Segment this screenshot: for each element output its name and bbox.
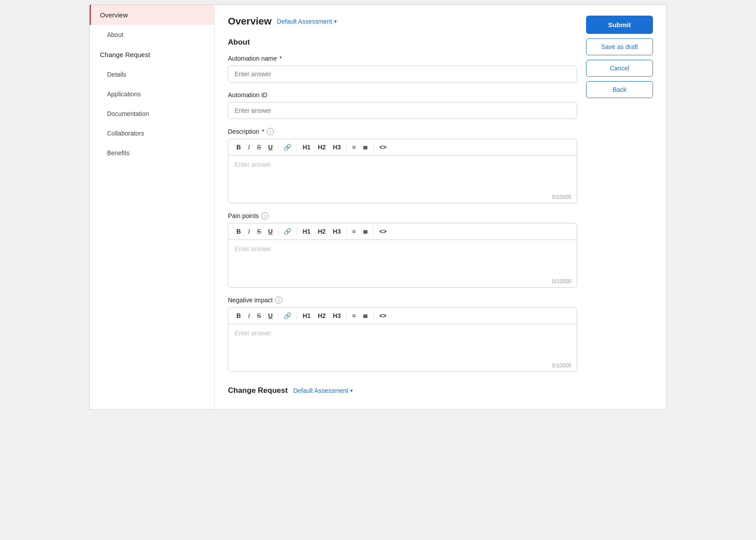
separator xyxy=(373,312,374,320)
automation-id-group: Automation ID xyxy=(228,91,577,119)
description-char-count: 0/10000 xyxy=(228,191,577,203)
description-placeholder: Enter answer xyxy=(235,161,271,168)
sidebar-item-change-request[interactable]: Change Request xyxy=(90,45,214,65)
submit-button[interactable]: Submit xyxy=(586,16,653,34)
strikethrough-button[interactable]: S xyxy=(254,143,264,152)
separator xyxy=(373,227,374,235)
ordered-list-button[interactable]: ≣ xyxy=(360,143,371,152)
info-icon[interactable]: i xyxy=(261,212,269,219)
description-body[interactable]: Enter answer xyxy=(228,156,577,191)
info-icon[interactable]: i xyxy=(275,297,282,304)
strikethrough-button[interactable]: S xyxy=(254,227,264,236)
action-sidebar: Submit Save as draft Cancel Back xyxy=(586,16,653,399)
bullet-list-button[interactable]: ≡ xyxy=(349,143,358,152)
assessment-dropdown[interactable]: Default Assessment ▾ xyxy=(277,18,337,25)
italic-button[interactable]: I xyxy=(245,311,252,320)
bold-button[interactable]: B xyxy=(234,143,244,152)
automation-id-label: Automation ID xyxy=(228,91,577,99)
back-button[interactable]: Back xyxy=(586,81,653,98)
about-heading: About xyxy=(228,38,577,47)
sidebar-item-overview[interactable]: Overview xyxy=(90,5,214,25)
separator xyxy=(373,143,374,151)
h3-button[interactable]: H3 xyxy=(330,311,343,320)
sidebar-item-benefits[interactable]: Benefits xyxy=(90,143,214,163)
info-icon[interactable]: i xyxy=(267,128,274,135)
change-request-header: Change Request Default Assessment ▾ xyxy=(228,386,577,395)
negative-impact-toolbar: B I S U 🔗 H1 H2 H3 ≡ ≣ xyxy=(228,308,577,324)
strikethrough-button[interactable]: S xyxy=(254,311,264,320)
required-indicator: * xyxy=(280,55,282,62)
pain-points-toolbar: B I S U 🔗 H1 H2 H3 ≡ ≣ xyxy=(228,223,577,240)
cancel-button[interactable]: Cancel xyxy=(586,60,653,77)
h3-button[interactable]: H3 xyxy=(330,227,343,236)
main-content: Overview Default Assessment ▾ About Auto… xyxy=(215,5,666,409)
h3-button[interactable]: H3 xyxy=(330,143,343,152)
description-group: Description * i B I S U 🔗 xyxy=(228,128,577,203)
save-draft-button[interactable]: Save as draft xyxy=(586,38,653,55)
automation-id-input[interactable] xyxy=(228,102,577,119)
negative-impact-placeholder: Enter answer xyxy=(235,330,271,337)
sidebar-item-details[interactable]: Details xyxy=(90,65,214,84)
pain-points-label: Pain points i xyxy=(228,212,577,219)
code-button[interactable]: <> xyxy=(376,227,389,236)
pain-points-char-count: 0/10000 xyxy=(228,276,577,287)
pain-points-editor: B I S U 🔗 H1 H2 H3 ≡ ≣ xyxy=(228,223,577,288)
change-request-heading: Change Request xyxy=(228,386,288,395)
app-container: Overview About Change Request Details Ap… xyxy=(89,4,667,410)
underline-button[interactable]: U xyxy=(265,227,275,236)
separator xyxy=(297,143,297,151)
page-title: Overview xyxy=(228,16,272,27)
pain-points-body[interactable]: Enter answer xyxy=(228,240,577,276)
pain-points-group: Pain points i B I S U 🔗 H1 xyxy=(228,212,577,288)
underline-button[interactable]: U xyxy=(265,143,275,152)
sidebar-item-collaborators[interactable]: Collaborators xyxy=(90,124,214,143)
sidebar-item-about[interactable]: About xyxy=(90,25,214,45)
bold-button[interactable]: B xyxy=(234,311,244,320)
separator xyxy=(346,143,347,151)
h2-button[interactable]: H2 xyxy=(315,311,328,320)
italic-button[interactable]: I xyxy=(245,227,252,236)
bullet-list-button[interactable]: ≡ xyxy=(349,227,358,236)
required-indicator: * xyxy=(262,128,264,135)
negative-impact-editor: B I S U 🔗 H1 H2 H3 ≡ ≣ xyxy=(228,307,577,372)
change-request-dropdown[interactable]: Default Assessment ▾ xyxy=(293,387,353,394)
change-request-section: Change Request Default Assessment ▾ xyxy=(228,386,577,395)
negative-impact-body[interactable]: Enter answer xyxy=(228,324,577,360)
separator xyxy=(278,143,278,151)
negative-impact-char-count: 0/10000 xyxy=(228,360,577,371)
sidebar: Overview About Change Request Details Ap… xyxy=(90,5,215,409)
separator xyxy=(278,227,278,235)
description-editor: B I S U 🔗 H1 H2 H3 ≡ ≣ xyxy=(228,139,577,203)
ordered-list-button[interactable]: ≣ xyxy=(360,227,371,236)
chevron-down-icon: ▾ xyxy=(334,18,337,25)
underline-button[interactable]: U xyxy=(265,311,275,320)
bullet-list-button[interactable]: ≡ xyxy=(349,311,358,320)
code-button[interactable]: <> xyxy=(376,311,389,320)
link-button[interactable]: 🔗 xyxy=(281,227,294,236)
h2-button[interactable]: H2 xyxy=(315,227,328,236)
about-section: About Automation name * Automation ID xyxy=(228,38,577,372)
description-toolbar: B I S U 🔗 H1 H2 H3 ≡ ≣ xyxy=(228,139,577,156)
italic-button[interactable]: I xyxy=(245,143,252,152)
code-button[interactable]: <> xyxy=(376,143,389,152)
link-button[interactable]: 🔗 xyxy=(281,311,294,320)
h2-button[interactable]: H2 xyxy=(315,143,328,152)
description-label: Description * i xyxy=(228,128,577,135)
header-row: Overview Default Assessment ▾ xyxy=(228,16,577,27)
negative-impact-group: Negative impact i B I S U 🔗 H1 xyxy=(228,297,577,372)
sidebar-item-documentation[interactable]: Documentation xyxy=(90,104,214,124)
h1-button[interactable]: H1 xyxy=(300,143,313,152)
chevron-down-icon: ▾ xyxy=(350,387,353,394)
h1-button[interactable]: H1 xyxy=(300,311,313,320)
sidebar-item-applications[interactable]: Applications xyxy=(90,84,214,104)
ordered-list-button[interactable]: ≣ xyxy=(360,311,371,320)
automation-name-label: Automation name * xyxy=(228,55,577,62)
separator xyxy=(278,312,278,320)
h1-button[interactable]: H1 xyxy=(300,227,313,236)
form-area: Overview Default Assessment ▾ About Auto… xyxy=(228,16,577,399)
bold-button[interactable]: B xyxy=(234,227,244,236)
link-button[interactable]: 🔗 xyxy=(281,143,294,152)
automation-name-input[interactable] xyxy=(228,66,577,82)
separator xyxy=(346,227,347,235)
pain-points-placeholder: Enter answer xyxy=(235,245,271,252)
